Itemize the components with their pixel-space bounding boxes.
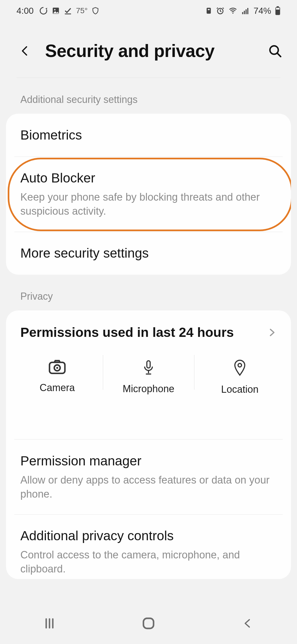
tile-location[interactable]: Location: [194, 354, 285, 401]
battery-icon: [275, 6, 280, 15]
wifi-icon: [228, 7, 238, 15]
status-clock: 4:00: [16, 6, 34, 16]
nav-recents-button[interactable]: [33, 612, 66, 634]
tile-camera[interactable]: Camera: [12, 354, 103, 401]
tile-label: Location: [221, 384, 258, 395]
svg-rect-7: [242, 12, 243, 14]
spinner-icon: [39, 6, 48, 15]
permission-tiles: Camera Microphone Location: [6, 350, 291, 439]
chevron-right-icon: [267, 326, 277, 339]
section-label-privacy: Privacy: [0, 275, 297, 310]
row-title: Auto Blocker: [20, 170, 277, 186]
svg-point-6: [232, 13, 233, 14]
tile-microphone[interactable]: Microphone: [103, 354, 194, 401]
location-pin-icon: [233, 359, 246, 376]
svg-rect-8: [244, 11, 245, 14]
svg-point-19: [238, 363, 242, 367]
home-icon: [141, 616, 156, 631]
status-left: 4:00 75°: [16, 6, 99, 16]
row-more-security-settings[interactable]: More security settings: [6, 232, 291, 275]
status-battery-pct: 74%: [254, 6, 271, 16]
svg-rect-4: [208, 9, 210, 10]
row-subtitle: Allow or deny apps to access features or…: [20, 473, 277, 501]
back-button[interactable]: [16, 43, 33, 59]
checkmark-download-icon: [64, 7, 72, 15]
svg-point-1: [54, 9, 56, 10]
camera-icon: [48, 359, 66, 375]
row-permission-manager[interactable]: Permission manager Allow or deny apps to…: [6, 440, 291, 515]
svg-rect-20: [144, 618, 154, 629]
svg-rect-9: [246, 9, 247, 14]
svg-rect-18: [147, 361, 150, 368]
chevron-left-icon: [19, 43, 30, 59]
row-permissions-used[interactable]: Permissions used in last 24 hours: [6, 310, 291, 350]
row-title: Permission manager: [20, 453, 277, 469]
status-right: 74%: [205, 6, 280, 16]
row-additional-privacy-controls[interactable]: Additional privacy controls Control acce…: [6, 514, 291, 579]
row-auto-blocker[interactable]: Auto Blocker Keep your phone safe by blo…: [6, 157, 291, 232]
search-icon: [268, 44, 282, 58]
nav-back-button[interactable]: [231, 612, 264, 634]
tile-label: Microphone: [123, 383, 174, 395]
svg-rect-12: [277, 6, 279, 7]
image-icon: [52, 7, 60, 15]
row-title: Permissions used in last 24 hours: [20, 324, 234, 341]
page-header: Security and privacy: [0, 21, 297, 78]
row-title: Biometrics: [20, 127, 277, 143]
section-label-additional-security: Additional security settings: [0, 78, 297, 114]
alarm-icon: [216, 7, 224, 15]
row-title: Additional privacy controls: [20, 528, 277, 544]
system-nav-bar: [0, 603, 297, 644]
row-title: More security settings: [20, 245, 277, 261]
card-icon: [205, 7, 212, 15]
shield-icon: [92, 7, 99, 15]
card-additional-security: Biometrics Auto Blocker Keep your phone …: [6, 114, 291, 275]
row-subtitle: Keep your phone safe by blocking threats…: [20, 190, 277, 219]
svg-rect-2: [65, 13, 71, 14]
svg-rect-13: [276, 8, 280, 9]
row-subtitle: Control access to the camera, microphone…: [20, 548, 277, 576]
microphone-icon: [142, 359, 155, 376]
status-temp: 75°: [76, 6, 87, 15]
chevron-left-icon: [242, 617, 253, 630]
tile-label: Camera: [40, 382, 75, 394]
svg-rect-3: [207, 8, 211, 14]
row-biometrics[interactable]: Biometrics: [6, 114, 291, 157]
signal-icon: [241, 7, 250, 15]
card-privacy: Permissions used in last 24 hours Camera…: [6, 310, 291, 579]
search-button[interactable]: [267, 43, 283, 59]
nav-home-button[interactable]: [132, 612, 165, 634]
svg-point-17: [56, 367, 58, 369]
status-bar: 4:00 75° 74%: [0, 0, 297, 21]
svg-rect-10: [247, 8, 248, 14]
page-title: Security and privacy: [45, 41, 267, 61]
recents-icon: [43, 617, 56, 630]
